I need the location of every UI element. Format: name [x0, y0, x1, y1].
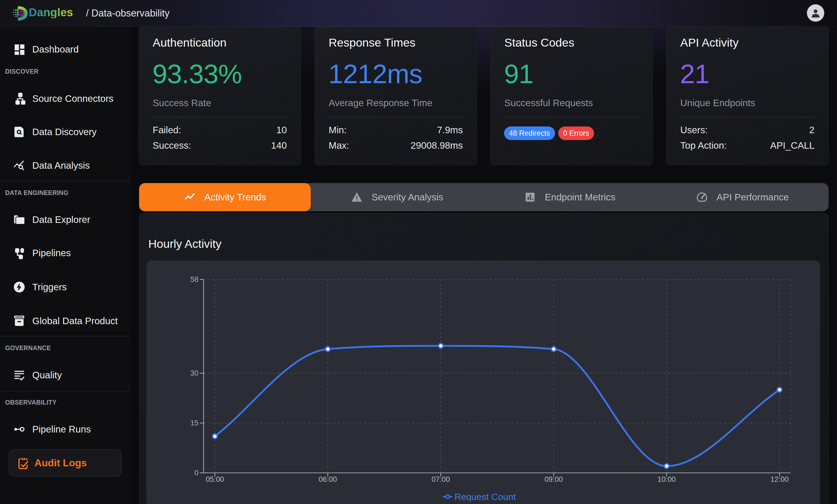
svg-text:Request Count: Request Count [455, 491, 516, 502]
svg-text:15: 15 [190, 419, 198, 427]
svg-text:06:00: 06:00 [319, 475, 337, 483]
svg-text:09:00: 09:00 [545, 475, 563, 483]
svg-text:10:00: 10:00 [658, 475, 676, 483]
svg-text:30: 30 [190, 369, 198, 377]
svg-text:12:00: 12:00 [770, 475, 789, 483]
svg-text:0: 0 [194, 469, 198, 477]
svg-text:05:00: 05:00 [206, 475, 224, 483]
svg-text:07:00: 07:00 [432, 475, 450, 483]
svg-text:58: 58 [190, 276, 198, 283]
